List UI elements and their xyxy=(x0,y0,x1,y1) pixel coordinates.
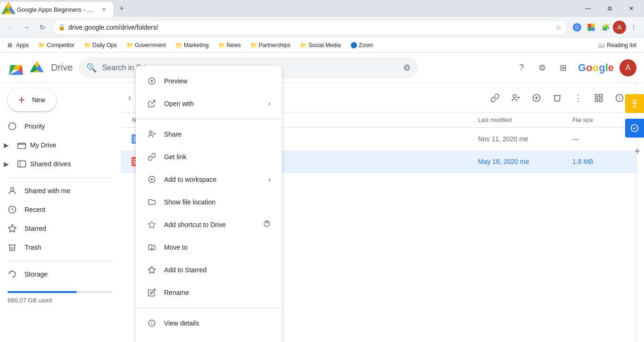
extensions-icon[interactable]: 🧩 xyxy=(599,21,612,34)
restore-button[interactable]: ⧉ xyxy=(599,2,620,15)
window-controls: — ⧉ ✕ xyxy=(577,2,644,15)
recent-icon xyxy=(8,205,17,214)
menu-view-details-label: View details xyxy=(164,319,271,327)
add-panel-icon[interactable]: + xyxy=(635,146,640,157)
new-tab-button[interactable]: + xyxy=(115,2,128,15)
help-button[interactable]: ? xyxy=(512,58,531,77)
menu-item-add-shortcut[interactable]: Add shortcut to Drive xyxy=(136,213,282,236)
starred-icon xyxy=(8,224,17,233)
svg-rect-44 xyxy=(595,98,598,101)
bookmark-competitor-label: Competitor xyxy=(47,42,74,49)
preview-button[interactable] xyxy=(527,89,546,107)
storage-used-label: 660.07 GB used xyxy=(8,297,113,304)
delete-button[interactable] xyxy=(548,89,567,107)
bookmark-star-icon[interactable]: ☆ xyxy=(555,24,561,31)
menu-item-get-link[interactable]: Get link xyxy=(136,146,282,168)
menu-item-view-details[interactable]: View details xyxy=(136,312,282,334)
google-logo: Google xyxy=(578,62,614,74)
my-drive-expand-icon: ▶ xyxy=(4,141,13,149)
column-size-header: File size xyxy=(572,117,629,123)
svg-rect-45 xyxy=(600,98,603,101)
back-button[interactable]: ← xyxy=(4,21,17,34)
minimize-button[interactable]: — xyxy=(577,2,599,15)
tasks-icon[interactable] xyxy=(625,119,644,138)
tab-close-button[interactable]: ✕ xyxy=(100,6,107,13)
file-modified-2: May 18, 2020 me xyxy=(478,158,572,165)
svg-point-31 xyxy=(9,123,16,130)
forward-button[interactable]: → xyxy=(20,21,33,34)
show-location-menu-icon xyxy=(147,197,157,207)
daily-ops-folder-icon: 📁 xyxy=(84,42,91,49)
google-account-icon[interactable]: G xyxy=(570,21,584,34)
menu-item-share[interactable]: Share xyxy=(136,123,282,146)
bookmark-apps-label: Apps xyxy=(16,42,29,49)
drive-icon-wrapper xyxy=(28,59,45,76)
bookmark-competitor[interactable]: 📁 Competitor xyxy=(34,40,78,50)
svg-rect-8 xyxy=(588,27,592,31)
chrome-menu-icon[interactable]: ⋮ xyxy=(627,21,640,34)
settings-button[interactable]: ⚙ xyxy=(533,58,552,77)
menu-item-add-workspace[interactable]: Add to workspace › xyxy=(136,168,282,191)
bookmark-partnerships-label: Partnerships xyxy=(259,42,290,49)
bookmark-marketing-label: Marketing xyxy=(184,42,209,49)
sidebar-item-my-drive[interactable]: ▶ My Drive xyxy=(0,136,113,155)
file-modified: Nov 11, 2020 me xyxy=(478,135,572,143)
svg-rect-43 xyxy=(600,94,603,97)
shared-drives-icon xyxy=(17,159,26,169)
copy-link-button[interactable] xyxy=(486,89,504,107)
menu-open-with-label: Open with xyxy=(164,100,261,107)
bookmark-government[interactable]: 📁 Government xyxy=(123,40,170,50)
add-shortcut-menu-icon xyxy=(147,220,157,229)
bookmark-zoom[interactable]: 🔵 Zoom xyxy=(347,40,377,50)
search-filter-icon[interactable]: ⚙ xyxy=(403,63,411,73)
sidebar-storage-label: Storage xyxy=(25,270,48,278)
new-button-container: New xyxy=(8,89,113,111)
close-button[interactable]: ✕ xyxy=(620,2,642,15)
sidebar-item-priority[interactable]: Priority xyxy=(0,117,113,136)
menu-item-rename[interactable]: Rename xyxy=(136,281,282,304)
menu-item-preview[interactable]: Preview xyxy=(136,70,282,92)
sidebar: New Priority ▶ My Drive xyxy=(0,83,121,342)
sidebar-item-shared-with-me[interactable]: Shared with me xyxy=(0,181,113,200)
file-size-2: 1.8 MB xyxy=(572,158,629,165)
menu-move-to-label: Move to xyxy=(164,244,271,251)
menu-item-manage-versions[interactable]: Manage versions xyxy=(136,334,282,342)
menu-divider-2 xyxy=(136,308,282,308)
drive-logo-icon xyxy=(8,59,25,76)
sidebar-divider-2 xyxy=(8,261,113,261)
sidebar-item-shared-drives[interactable]: ▶ Shared drives xyxy=(0,155,113,173)
bookmark-social-media[interactable]: 📁 Social Media xyxy=(296,40,345,50)
menu-item-open-with[interactable]: Open with › xyxy=(136,92,282,115)
storage-bar xyxy=(8,291,113,293)
sidebar-item-starred[interactable]: Starred xyxy=(0,219,113,238)
bookmark-marketing[interactable]: 📁 Marketing xyxy=(172,40,213,50)
sidebar-recent-label: Recent xyxy=(25,206,45,213)
menu-item-show-location[interactable]: Show file location xyxy=(136,191,282,213)
reading-list-button[interactable]: 📖 Reading list xyxy=(594,40,640,50)
sidebar-item-recent[interactable]: Recent xyxy=(0,200,113,219)
svg-point-59 xyxy=(151,80,153,82)
add-people-button[interactable] xyxy=(506,89,525,107)
sidebar-item-trash[interactable]: Trash xyxy=(0,238,113,257)
more-options-button[interactable]: ⋮ xyxy=(569,89,587,107)
add-starred-menu-icon xyxy=(147,265,157,275)
url-bar[interactable]: 🔒 drive.google.com/drive/folders/ ☆ xyxy=(52,20,568,35)
new-button[interactable]: New xyxy=(8,89,57,111)
bookmark-partnerships[interactable]: 📁 Partnerships xyxy=(247,40,294,50)
storage-icon xyxy=(8,269,17,279)
preview-menu-icon xyxy=(147,76,157,86)
reload-button[interactable]: ↻ xyxy=(36,21,49,34)
profile-avatar[interactable]: A xyxy=(613,21,626,34)
grid-view-button[interactable] xyxy=(589,89,608,107)
keep-icon[interactable] xyxy=(625,94,644,113)
user-avatar[interactable]: A xyxy=(619,59,636,76)
menu-item-move-to[interactable]: Move to xyxy=(136,236,282,259)
active-tab[interactable]: Google Apps Beginners - Studen ✕ xyxy=(0,2,113,17)
sidebar-item-storage[interactable]: Storage xyxy=(0,265,113,284)
google-translate-icon[interactable] xyxy=(585,21,598,34)
menu-item-add-starred[interactable]: Add to Starred xyxy=(136,259,282,281)
bookmark-news[interactable]: 📁 News xyxy=(215,40,245,50)
bookmark-daily-ops[interactable]: 📁 Daily Ops xyxy=(80,40,121,50)
bookmark-apps[interactable]: ⊞ Apps xyxy=(4,40,33,50)
apps-grid-button[interactable]: ⊞ xyxy=(553,58,572,77)
